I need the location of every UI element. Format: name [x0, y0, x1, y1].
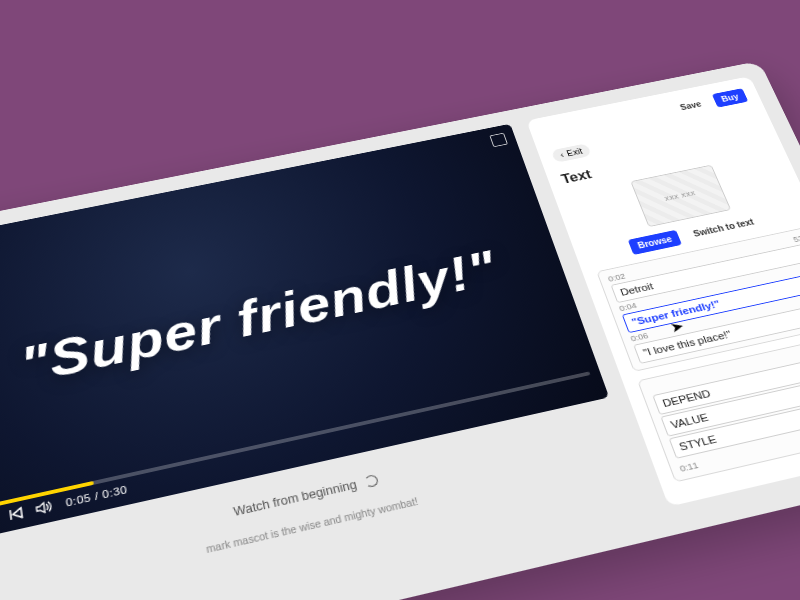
footer-tagline: mark mascot is the wise and mighty womba… — [0, 447, 631, 600]
video-progress — [0, 480, 94, 509]
buy-button[interactable]: Buy — [712, 88, 748, 107]
caption-time — [648, 384, 651, 393]
editor-app: "Super friendly!" — [0, 60, 800, 600]
video-timeline[interactable] — [0, 371, 590, 509]
rewind-icon[interactable] — [7, 506, 24, 521]
thumb-text: XXX XXX — [664, 189, 697, 201]
exit-button[interactable]: ‹ Exit — [551, 143, 592, 163]
chevron-left-icon: ‹ — [559, 150, 565, 159]
video-timecode: 0:05 / 0:30 — [65, 483, 128, 508]
watch-label: Watch from beginning — [232, 477, 358, 518]
volume-icon[interactable] — [35, 499, 54, 514]
video-overlay-text: "Super friendly!" — [17, 239, 505, 395]
browse-button[interactable]: Browse — [628, 229, 682, 254]
exit-label: Exit — [566, 146, 584, 157]
watch-from-beginning[interactable]: Watch from beginning — [0, 418, 621, 577]
restart-icon — [363, 473, 378, 487]
caption-chars: 52 — [792, 234, 800, 244]
fullscreen-icon[interactable] — [489, 132, 508, 146]
caption-time: 0:04 — [618, 301, 638, 313]
caption-time: 0:11 — [678, 460, 699, 473]
style-thumbnail[interactable]: XXX XXX — [630, 164, 731, 226]
save-button[interactable]: Save — [671, 95, 711, 115]
